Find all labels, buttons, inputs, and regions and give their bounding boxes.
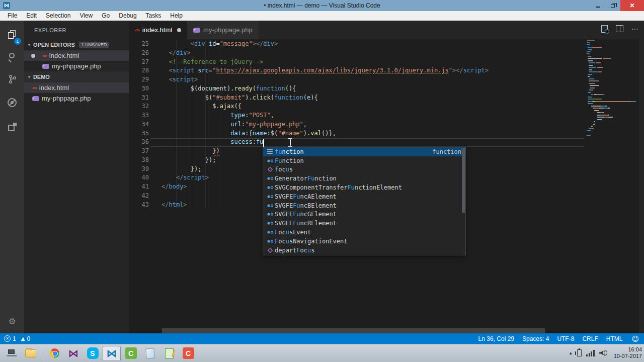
taskbar-item-visual-studio-icon[interactable]: ⋈ [64, 346, 83, 361]
suggest-item-10[interactable]: FocusNavigationEvent [263, 237, 465, 246]
volume-icon[interactable] [599, 349, 607, 356]
html-file-icon: <> [42, 53, 47, 58]
taskbar-item-notes-icon[interactable] [160, 346, 178, 361]
indentation-setting[interactable]: Spaces: 4 [522, 335, 549, 342]
suggest-item-0[interactable]: functionfunction [263, 147, 465, 156]
more-actions-icon[interactable]: ⋯ [631, 25, 639, 33]
power-icon[interactable] [577, 349, 582, 356]
menu-item-tasks[interactable]: Tasks [141, 11, 166, 21]
visual-studio-icon: ⋈ [68, 347, 79, 359]
taskbar-separator [42, 347, 43, 360]
settings-button[interactable]: ⚙ [0, 310, 24, 332]
code-line-27[interactable]: 27 <!--Reference to jQuery--> [129, 58, 585, 67]
snippet-icon [265, 149, 275, 154]
menu-item-edit[interactable]: Edit [22, 11, 41, 21]
taskbar-item-notepad-icon[interactable] [141, 346, 159, 361]
source-control-view-button[interactable] [0, 68, 24, 90]
open-preview-icon[interactable] [601, 25, 608, 33]
files-icon [8, 30, 17, 39]
extensions-view-button[interactable] [0, 116, 24, 138]
vscode-window: ⋈ • index.html — demo — Visual Studio Co… [0, 0, 644, 362]
eol-setting[interactable]: CRLF [582, 335, 598, 342]
code-line-26[interactable]: 26 </div> [129, 49, 585, 58]
error-icon: ✕ [4, 335, 11, 342]
split-editor-icon[interactable] [616, 25, 623, 32]
file-explorer-icon [25, 349, 36, 357]
open-editors-header[interactable]: ▼ OPEN EDITORS 1 UNSAVED [24, 39, 129, 50]
taskbar-item-chrome-icon[interactable] [45, 346, 63, 361]
file-tree-item-index.html[interactable]: <>index.html [24, 82, 129, 93]
code-line-34[interactable]: 34 url:"my-phppage.php", [129, 120, 585, 129]
line-number: 36 [129, 138, 149, 147]
suggest-detail: function [432, 148, 465, 155]
unsaved-badge: 1 UNSAVED [79, 42, 109, 48]
suggest-item-2[interactable]: focus [263, 165, 465, 174]
debug-view-button[interactable] [0, 92, 24, 114]
mouse-cursor-ibeam [288, 138, 292, 147]
language-mode[interactable]: HTML [606, 335, 623, 342]
system-tray: ▲ 16:04 10-07-2017 [569, 344, 642, 362]
suggest-item-8[interactable]: SVGFEFuncRElement [263, 219, 465, 228]
line-number: 38 [129, 156, 149, 165]
taskbar-item-camtasia-icon[interactable]: C [122, 346, 140, 361]
code-line-25[interactable]: 25 <div id="message"></div> [129, 40, 585, 49]
vertical-scrollbar[interactable] [639, 39, 644, 333]
menu-item-selection[interactable]: Selection [41, 11, 75, 21]
horizontal-scrollbar[interactable] [162, 328, 545, 333]
suggest-item-5[interactable]: SVGFEFuncAElement [263, 192, 465, 201]
line-number: 32 [129, 102, 149, 111]
suggest-item-9[interactable]: FocusEvent [263, 228, 465, 237]
class-icon [265, 212, 275, 217]
code-line-35[interactable]: 35 data:{name:$("#name").val()}, [129, 129, 585, 138]
suggest-item-1[interactable]: Function [263, 156, 465, 165]
taskbar-clock[interactable]: 16:04 10-07-2017 [614, 346, 642, 359]
line-number: 33 [129, 111, 149, 120]
code-line-32[interactable]: 32 $.ajax({ [129, 102, 585, 111]
class-icon [265, 194, 275, 199]
open-editor-item-my-phppage.php[interactable]: my-phppage.php [24, 61, 129, 71]
code-line-30[interactable]: 30 $(document).ready(function(){ [129, 84, 585, 94]
menu-item-view[interactable]: View [75, 11, 97, 21]
suggest-item-11[interactable]: departFocus [263, 246, 465, 255]
code-line-28[interactable]: 28 <script src="https://ajax.googleapis.… [129, 66, 585, 75]
problems-indicator[interactable]: ✕ 1 ▲ 0 [4, 335, 30, 342]
network-signal-icon[interactable] [586, 349, 595, 356]
folder-section-header[interactable]: ▼ DEMO [24, 71, 129, 82]
close-button[interactable]: ✕ [620, 0, 644, 11]
feedback-smiley-icon[interactable]: ☺ [631, 335, 639, 343]
search-view-button[interactable] [0, 46, 24, 68]
suggest-item-7[interactable]: SVGFEFuncGElement [263, 210, 465, 219]
camtasia-icon: C [125, 347, 137, 359]
popup-scrollbar[interactable] [462, 148, 465, 213]
suggest-item-4[interactable]: SVGComponentTransferFunctionElement [263, 183, 465, 192]
cursor-position[interactable]: Ln 36, Col 29 [478, 335, 514, 342]
menu-item-help[interactable]: Help [166, 11, 187, 21]
taskbar-item-skype-icon[interactable]: S [84, 346, 102, 361]
encoding-setting[interactable]: UTF-8 [557, 335, 574, 342]
code-line-36[interactable]: 36 sucess:fu [129, 138, 585, 147]
code-line-29[interactable]: 29 <script> [129, 75, 585, 84]
menu-item-debug[interactable]: Debug [114, 11, 141, 21]
explorer-view-button[interactable]: 1 [0, 24, 24, 46]
minimap[interactable] [585, 39, 639, 333]
open-editor-item-index.html[interactable]: <>index.html [24, 50, 129, 61]
suggest-item-6[interactable]: SVGFEFuncBElement [263, 201, 465, 210]
taskbar-item-start-laptop-icon[interactable]: ⚙ [3, 346, 21, 361]
modified-dot-icon [177, 28, 181, 32]
file-tree-item-my-phppage.php[interactable]: my-phppage.php [24, 93, 129, 104]
menu-item-file[interactable]: File [3, 11, 22, 21]
restore-button[interactable] [605, 0, 620, 11]
code-line-31[interactable]: 31 $("#submit").click(function(e){ [129, 94, 585, 103]
tab-index.html[interactable]: <>index.html [129, 21, 187, 39]
menu-item-go[interactable]: Go [97, 11, 114, 21]
hidden-icons-arrow[interactable]: ▲ [569, 351, 573, 355]
taskbar-item-vscode-icon[interactable]: ⋈ [103, 346, 121, 361]
taskbar-item-file-explorer-icon[interactable] [22, 346, 40, 361]
code-line-33[interactable]: 33 type:"POST", [129, 111, 585, 120]
tab-my-phppage.php[interactable]: my-phppage.php [187, 21, 259, 39]
minimize-button[interactable] [590, 0, 605, 11]
title-bar: ⋈ • index.html — demo — Visual Studio Co… [0, 0, 644, 11]
taskbar-item-camtasia-recorder-icon[interactable]: C [179, 346, 197, 361]
debug-icon [8, 98, 17, 107]
suggest-item-3[interactable]: GeneratorFunction [263, 174, 465, 183]
